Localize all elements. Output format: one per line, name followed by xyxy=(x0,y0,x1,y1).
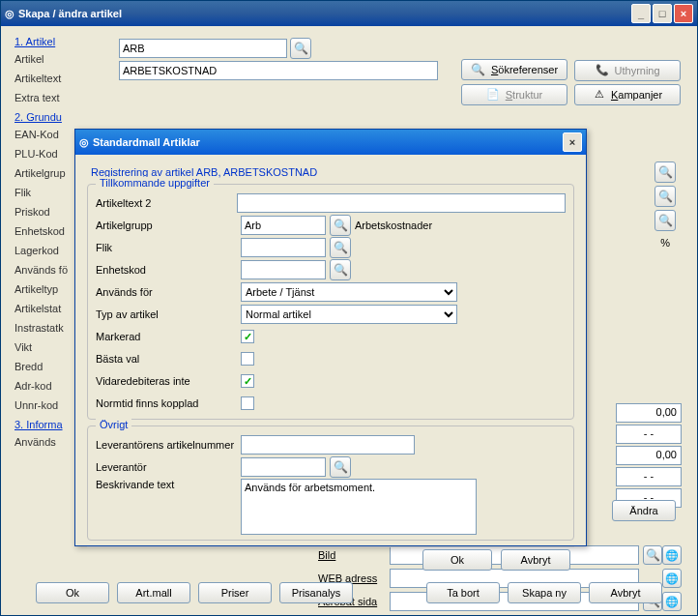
flik-input[interactable] xyxy=(241,238,326,257)
modal-ok-button[interactable]: Ok xyxy=(422,549,492,571)
label-typavartikel: Typ av artikel xyxy=(96,308,241,320)
label-anvandsfor: Används för xyxy=(96,286,241,298)
magnifier-icon: 🔍 xyxy=(658,165,673,179)
magnifier-icon: 🔍 xyxy=(334,219,348,232)
right-lookup-3[interactable]: 🔍 xyxy=(654,210,676,231)
andra-button[interactable]: Ändra xyxy=(612,500,676,521)
artikeltext2-input[interactable] xyxy=(237,193,566,213)
label-flik-modal: Flik xyxy=(96,242,241,253)
magnifier-icon: 🔍 xyxy=(334,241,348,254)
label-markerad: Markerad xyxy=(96,331,241,342)
top-right-buttons: 🔍Sökreferenser 📞Uthyrning 📄Struktur ⚠Kam… xyxy=(457,59,682,108)
kampanjer-label: Kampanjer xyxy=(611,89,662,101)
main-window: ◎ Skapa / ändra artikel _ □ × 1. Artikel… xyxy=(0,0,698,616)
window-title: Skapa / ändra artikel xyxy=(15,8,629,19)
artikeltext-input[interactable] xyxy=(119,61,438,80)
num-cell-1: 0,00 xyxy=(616,403,682,423)
legend-ovrigt: Övrigt xyxy=(96,419,131,430)
label-enhetskod-modal: Enhetskod xyxy=(96,264,241,276)
ok-button[interactable]: Ok xyxy=(36,582,109,603)
enhetskod-lookup[interactable]: 🔍 xyxy=(330,259,351,280)
magnifier-icon: 🔍 xyxy=(646,548,660,562)
fieldset-tillkommande: Tillkommande uppgifter Artikeltext 2 Art… xyxy=(87,184,574,420)
artikel-input-row: 🔍 xyxy=(119,38,311,59)
app-icon: ◎ xyxy=(5,8,15,20)
bild-lookup[interactable]: 🔍 xyxy=(643,545,662,565)
tabort-button[interactable]: Ta bort xyxy=(426,582,500,603)
bastaval-checkbox[interactable] xyxy=(241,352,254,366)
label-leverantor: Leverantör xyxy=(96,461,241,473)
section-link-2[interactable]: 2. Grundu xyxy=(15,111,111,123)
magnifier-icon: 🔍 xyxy=(658,190,673,203)
label-extratext: Extra text xyxy=(15,88,111,107)
minimize-button[interactable]: _ xyxy=(631,4,651,23)
num-cell-2: - - xyxy=(616,425,682,444)
bottom-button-row: Ok Art.mall Priser Prisanalys Ta bort Sk… xyxy=(1,578,697,607)
uthyrning-label: Uthyrning xyxy=(615,65,660,76)
magnifier-icon: 🔍 xyxy=(334,263,348,277)
main-body: 1. Artikel Artikel Artikeltext Extra tex… xyxy=(1,26,697,615)
avbryt-button[interactable]: Avbryt xyxy=(589,582,662,603)
main-title-bar: ◎ Skapa / ändra artikel _ □ × xyxy=(1,1,697,26)
enhetskod-input[interactable] xyxy=(241,260,326,279)
artikeltext-input-row xyxy=(119,61,438,80)
modal-button-row: Ok Avbryt xyxy=(87,546,574,572)
skapany-button[interactable]: Skapa ny xyxy=(508,582,581,603)
leverantor-input[interactable] xyxy=(241,457,326,477)
struktur-button[interactable]: 📄Struktur xyxy=(461,84,567,105)
label-vidaredeb: Vidaredebiteras inte xyxy=(96,375,241,387)
anvandsfor-select[interactable]: Arbete / Tjänst xyxy=(241,282,457,302)
right-lookup-2[interactable]: 🔍 xyxy=(654,186,676,207)
normtid-checkbox[interactable] xyxy=(241,396,254,410)
sokreferenser-label: Sökreferenser xyxy=(491,64,558,75)
vidaredeb-checkbox[interactable]: ✓ xyxy=(241,374,254,388)
label-bastaval: Bästa val xyxy=(96,353,241,365)
percent-label: % xyxy=(660,237,670,249)
right-lookup-1[interactable]: 🔍 xyxy=(654,161,676,183)
typavartikel-select[interactable]: Normal artikel xyxy=(241,305,457,324)
label-normtid: Normtid finns kopplad xyxy=(96,397,241,409)
beskrivande-textarea[interactable]: Används för arbetsmoment. xyxy=(241,479,477,535)
magnifier-icon: 🔍 xyxy=(471,63,485,76)
modal-icon: ◎ xyxy=(79,136,89,149)
struktur-icon: 📄 xyxy=(486,88,500,101)
flik-lookup[interactable]: 🔍 xyxy=(330,237,351,258)
fieldset-ovrigt: Övrigt Leverantörens artikelnummer Lever… xyxy=(87,425,574,541)
priser-button[interactable]: Priser xyxy=(198,582,272,603)
prisanalys-button[interactable]: Prisanalys xyxy=(279,582,353,603)
levartnr-input[interactable] xyxy=(241,435,415,455)
uthyrning-button[interactable]: 📞Uthyrning xyxy=(574,60,681,81)
label-artikeltext: Artikeltext xyxy=(15,69,111,88)
artikel-input[interactable] xyxy=(119,39,287,58)
struktur-label: Struktur xyxy=(506,89,543,101)
close-button[interactable]: × xyxy=(674,4,693,23)
sokreferenser-button[interactable]: 🔍Sökreferenser xyxy=(461,59,567,80)
bild-web[interactable]: 🌐 xyxy=(662,545,682,565)
warning-icon: ⚠ xyxy=(593,88,606,102)
num-cell-4: - - xyxy=(616,467,682,486)
maximize-button[interactable]: □ xyxy=(653,4,672,23)
phone-icon: 📞 xyxy=(596,64,609,76)
num-cell-3: 0,00 xyxy=(616,446,682,465)
magnifier-icon: 🔍 xyxy=(334,460,348,474)
leverantor-lookup[interactable]: 🔍 xyxy=(330,456,351,478)
magnifier-icon: 🔍 xyxy=(294,42,308,55)
modal-close-button[interactable]: × xyxy=(563,132,582,152)
label-artikelgrupp: Artikelgrupp xyxy=(96,220,241,231)
standardmall-modal: ◎ Standardmall Artiklar × Registrering a… xyxy=(74,129,587,546)
numeric-cells: 0,00 - - 0,00 - - - - xyxy=(616,403,682,510)
label-levartnr: Leverantörens artikelnummer xyxy=(96,439,241,451)
label-artikel: Artikel xyxy=(15,49,111,69)
section-link-1[interactable]: 1. Artikel xyxy=(15,36,111,47)
label-artikeltext2: Artikeltext 2 xyxy=(96,197,237,209)
modal-title-bar: ◎ Standardmall Artiklar × xyxy=(75,130,586,155)
artmall-button[interactable]: Art.mall xyxy=(117,582,190,603)
artikelgrupp-lookup[interactable]: 🔍 xyxy=(330,215,351,236)
modal-avbryt-button[interactable]: Avbryt xyxy=(501,549,570,571)
kampanjer-button[interactable]: ⚠Kampanjer xyxy=(574,84,681,105)
markerad-checkbox[interactable]: ✓ xyxy=(241,330,254,343)
right-icon-stack: 🔍 🔍 🔍 xyxy=(654,161,676,231)
artikel-lookup-button[interactable]: 🔍 xyxy=(290,38,311,59)
artikelgrupp-input[interactable] xyxy=(241,216,326,235)
globe-icon: 🌐 xyxy=(665,549,679,562)
